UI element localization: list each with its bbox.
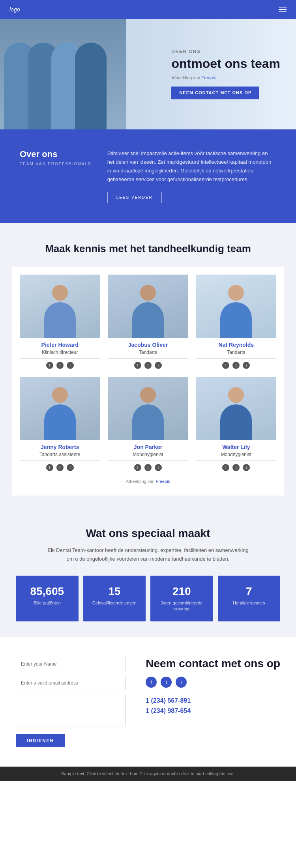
person-head-5: [140, 387, 156, 403]
team-photo-4: [20, 377, 100, 440]
stat-card-3: 210 Jaren gecombineerde ervaring: [150, 576, 213, 622]
team-name-6: Walter Lily: [196, 444, 276, 450]
facebook-icon-2[interactable]: f: [134, 362, 141, 369]
team-heading: Maak kennis met het tandheelkundig team: [12, 243, 284, 255]
person-head-2: [140, 285, 156, 301]
team-role-3: Tandarts: [196, 350, 276, 355]
team-name-5: Jon Parker: [108, 444, 188, 450]
team-card-3: Nat Reynolds Tandarts f t i: [196, 275, 276, 369]
person-body-2: [132, 302, 164, 338]
contact-name-input[interactable]: [16, 657, 126, 671]
twitter-icon-2[interactable]: t: [144, 362, 152, 369]
hero-caption: Afbeelding van Freepik: [171, 76, 280, 80]
twitter-icon-3[interactable]: t: [232, 362, 240, 369]
team-role-6: Mondhygienist: [196, 452, 276, 457]
team-divider-5: [108, 460, 188, 461]
team-photo-2: [108, 275, 188, 338]
contact-social: f t i: [146, 677, 280, 688]
logo: logo: [9, 6, 20, 13]
person-head-1: [52, 285, 68, 301]
team-social-6: f t i: [196, 464, 276, 471]
team-grid-top: Pieter Howard Klinisch directeur f t i: [20, 275, 276, 369]
person-head-3: [228, 285, 244, 301]
twitter-icon-4[interactable]: t: [56, 464, 64, 471]
team-name-1: Pieter Howard: [20, 342, 100, 348]
hamburger-menu[interactable]: [279, 7, 287, 12]
team-role-1: Klinisch directeur: [20, 350, 100, 355]
facebook-icon-5[interactable]: f: [134, 464, 141, 471]
person-shape-4: [42, 387, 78, 440]
instagram-icon-6[interactable]: i: [243, 464, 250, 471]
contact-info: Neem contact met ons op f t i 1 (234) 56…: [146, 657, 280, 718]
contact-email-input[interactable]: [16, 676, 126, 690]
facebook-icon-4[interactable]: f: [46, 464, 53, 471]
stat-number-1: 85,605: [21, 585, 74, 598]
facebook-icon-6[interactable]: f: [222, 464, 229, 471]
about-text: Stimuleer snel impactvolle actie-items v…: [107, 149, 276, 184]
team-card-5: Jon Parker Mondhygienist f t i: [108, 377, 188, 471]
person-shape-5: [130, 387, 166, 440]
team-card-wrapper: Pieter Howard Klinisch directeur f t i: [12, 267, 284, 496]
twitter-icon-5[interactable]: t: [144, 464, 152, 471]
team-name-2: Jacobus Oliver: [108, 342, 188, 348]
stat-number-3: 210: [155, 585, 208, 598]
contact-phone-1[interactable]: 1 (234) 567-891: [146, 697, 280, 704]
special-heading: Wat ons speciaal maakt: [16, 527, 280, 540]
team-divider-4: [20, 460, 100, 461]
stat-label-2: Gekwalificeerde artsen: [88, 600, 141, 606]
instagram-icon-2[interactable]: i: [155, 362, 162, 369]
about-title: Over ons: [20, 149, 92, 159]
person-shape-3: [218, 285, 254, 338]
instagram-icon-1[interactable]: i: [67, 362, 74, 369]
twitter-icon-1[interactable]: t: [56, 362, 64, 369]
hero-contact-button[interactable]: NEEM CONTACT MET ONS OP: [171, 87, 259, 99]
team-photo-6: [196, 377, 276, 440]
hamburger-line-2: [279, 9, 287, 10]
team-credit-link[interactable]: Freepik: [156, 479, 170, 484]
team-divider-1: [20, 358, 100, 359]
person-body-1: [44, 302, 76, 338]
contact-facebook-icon[interactable]: f: [146, 677, 157, 688]
facebook-icon-1[interactable]: f: [46, 362, 53, 369]
twitter-icon-6[interactable]: t: [232, 464, 240, 471]
team-social-1: f t i: [20, 362, 100, 369]
team-photo-1: [20, 275, 100, 338]
site-footer: Sample text. Click to select the text bo…: [0, 767, 296, 781]
stats-grid: 85,605 Blije patiënten 15 Gekwalificeerd…: [16, 576, 280, 622]
stat-number-4: 7: [223, 585, 276, 598]
team-social-3: f t i: [196, 362, 276, 369]
about-subtitle: TEAM VAN PROFESSIONALS: [20, 162, 92, 166]
team-social-4: f t i: [20, 464, 100, 471]
contact-section: INDIENEN Neem contact met ons op f t i 1…: [0, 637, 296, 767]
stat-card-4: 7 Handige locaties: [218, 576, 281, 622]
stat-label-4: Handige locaties: [223, 600, 276, 606]
team-card-4: Jenny Roberts Tandarts assistente f t i: [20, 377, 100, 471]
contact-form: INDIENEN: [16, 657, 126, 747]
team-grid-bottom: Jenny Roberts Tandarts assistente f t i: [20, 377, 276, 471]
contact-phone-2[interactable]: 1 (234) 987-654: [146, 707, 280, 715]
contact-twitter-icon[interactable]: t: [161, 677, 172, 688]
instagram-icon-3[interactable]: i: [243, 362, 250, 369]
contact-submit-button[interactable]: INDIENEN: [16, 734, 65, 747]
team-card-2: Jacobus Oliver Tandarts f t i: [108, 275, 188, 369]
about-read-more-button[interactable]: LEES VERDER: [107, 192, 162, 203]
hero-content: OVER ONS ontmoet ons team Afbeelding van…: [171, 49, 280, 99]
team-social-2: f t i: [108, 362, 188, 369]
team-social-5: f t i: [108, 464, 188, 471]
facebook-icon-3[interactable]: f: [222, 362, 229, 369]
team-card-6: Walter Lily Mondhygienist f t i: [196, 377, 276, 471]
team-photo-5: [108, 377, 188, 440]
instagram-icon-5[interactable]: i: [155, 464, 162, 471]
hero-caption-link[interactable]: Freepik: [201, 76, 216, 80]
contact-message-textarea[interactable]: [16, 695, 126, 726]
hero-image: [0, 19, 126, 129]
about-left: Over ons TEAM VAN PROFESSIONALS: [20, 149, 92, 166]
instagram-icon-4[interactable]: i: [67, 464, 74, 471]
stat-number-2: 15: [88, 585, 141, 598]
person-body-5: [132, 404, 164, 440]
contact-instagram-icon[interactable]: i: [176, 677, 187, 688]
team-photo-3: [196, 275, 276, 338]
person-body-6: [220, 404, 252, 440]
hero-section: OVER ONS ontmoet ons team Afbeelding van…: [0, 19, 296, 129]
team-card-1: Pieter Howard Klinisch directeur f t i: [20, 275, 100, 369]
